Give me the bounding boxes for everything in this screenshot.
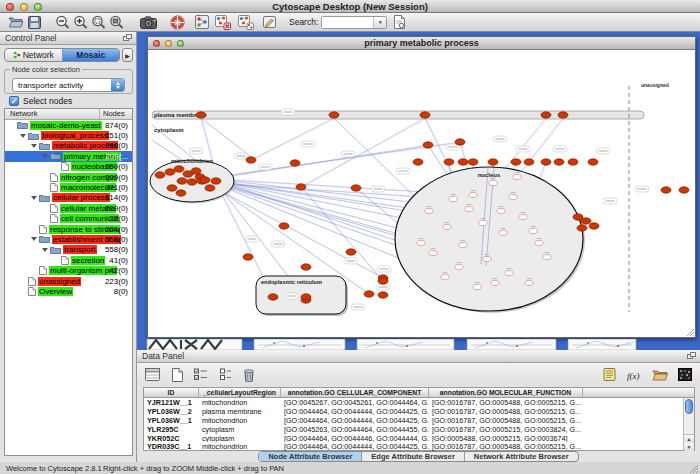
tree-item-overview[interactable]: Overview8(0) — [5, 286, 132, 296]
tree-item-count: 22(0) — [109, 214, 128, 223]
attribute-table-icon[interactable] — [145, 366, 160, 383]
tabs-overflow-arrow-icon[interactable]: ▶ — [122, 48, 133, 62]
save-icon[interactable] — [28, 14, 41, 31]
tree-item-macromolecule[interactable]: macromolecule311(0) — [5, 182, 132, 192]
snapshot-icon[interactable] — [140, 14, 158, 31]
network-window-titlebar: primary metabolic process — [148, 37, 695, 50]
delete-attribute-icon[interactable] — [243, 366, 255, 383]
column-header-0[interactable]: ID — [144, 388, 199, 397]
tree-item-transport[interactable]: transport558(0) — [5, 245, 132, 255]
table-cell: [GO:0044464, GO:0044446, GO:0044444, G..… — [281, 434, 429, 443]
expand-arrow-icon[interactable] — [20, 134, 26, 138]
resize-grip-icon[interactable] — [688, 463, 698, 473]
open-folder-icon[interactable] — [8, 14, 24, 31]
column-header-3[interactable]: annotation.GO MOLECULAR_FUNCTION — [429, 388, 583, 397]
folder-icon — [50, 246, 61, 254]
folder-icon — [17, 121, 28, 129]
expand-arrow-icon[interactable] — [31, 196, 37, 200]
tab-network-attribute-browser[interactable]: Network Attribute Browser — [465, 452, 578, 461]
expand-arrow-icon[interactable] — [31, 237, 37, 241]
table-cell: [GO:0044464, GO:0044444, GO:0044425, G..… — [281, 416, 429, 425]
data-panel-float-icon[interactable] — [687, 352, 696, 360]
tree-item-label: biological_process — [41, 131, 109, 140]
expand-arrow-icon[interactable] — [42, 248, 48, 252]
table-cell: mitochondrion — [199, 442, 281, 451]
table-scrollbar[interactable]: ▲▼ — [683, 398, 694, 450]
tree-item-unassigned[interactable]: unassigned223(0) — [5, 276, 132, 286]
tree-item-secretion[interactable]: secretion41(0) — [5, 255, 132, 265]
data-panel-header: Data Panel — [137, 350, 700, 363]
network-close-button[interactable] — [153, 40, 160, 47]
data-panel-toolbar: f(x) — [137, 363, 700, 386]
annotation-pad-icon[interactable] — [603, 366, 616, 383]
annotation-icon[interactable] — [263, 14, 277, 31]
tab-network-label: Network — [23, 50, 54, 60]
expand-arrow-icon[interactable] — [42, 154, 48, 158]
float-panel-icon[interactable] — [123, 34, 132, 42]
zoom-fit-icon[interactable] — [109, 14, 124, 31]
tree-item-establishment-of-lo[interactable]: establishment of lo558(0) — [5, 234, 132, 244]
expand-arrow-icon[interactable] — [31, 144, 37, 148]
node-color-dropdown[interactable]: transporter activity — [12, 78, 125, 92]
network-view-window[interactable]: primary metabolic process plasma membran… — [147, 36, 696, 338]
tree-item-count: 280(0) — [105, 141, 128, 150]
tab-network[interactable]: Network — [5, 49, 62, 61]
select-attributes-icon[interactable] — [194, 366, 209, 383]
select-nodes-checkbox[interactable]: ✓ — [9, 96, 19, 106]
zoom-in-icon[interactable] — [73, 14, 88, 31]
create-network-icon[interactable] — [238, 14, 254, 31]
tree-item-nitrogen-compo[interactable]: nitrogen compo209(0) — [5, 172, 132, 182]
configure-search-icon[interactable] — [393, 14, 406, 31]
table-row[interactable]: YDR039C__1mitochondrion[GO:0044464, GO:0… — [144, 442, 694, 451]
tree-item-mosaic-demo-yeast[interactable]: mosaic-demo-yeast874(0) — [5, 120, 132, 130]
table-row[interactable]: YLR295Ccytoplasm[GO:0045263, GO:0044464,… — [144, 425, 694, 434]
table-row[interactable]: YPL036W__1mitochondrion[GO:0044464, GO:0… — [144, 416, 694, 425]
network-tab-icon — [13, 51, 21, 59]
scrollbar-thumb[interactable] — [685, 399, 693, 414]
tree-item-label: multi-organism pro — [49, 266, 117, 275]
mosaic-matrix-icon[interactable] — [678, 366, 692, 383]
zoom-selected-icon[interactable] — [91, 14, 106, 31]
file-icon — [61, 162, 69, 171]
tree-item-metabolic-process[interactable]: metabolic process280(0) — [5, 141, 132, 151]
table-row[interactable]: YJR121W__1mitochondrion[GO:0045267, GO:0… — [144, 398, 694, 407]
tab-node-attribute-browser[interactable]: Node Attribute Browser — [259, 452, 362, 461]
network-overview-icon[interactable] — [195, 14, 209, 31]
tree-header-network: Network — [5, 109, 100, 119]
table-row[interactable]: YKR052Ccytoplasm[GO:0044464, GO:0044446,… — [144, 434, 694, 443]
help-ring-icon[interactable] — [170, 14, 185, 31]
formula-icon[interactable]: f(x) — [626, 366, 642, 383]
tree-item-multi-organism-pro[interactable]: multi-organism pro42(0) — [5, 265, 132, 275]
import-attributes-icon[interactable] — [652, 366, 668, 383]
network-canvas[interactable]: plasma membranecytoplasmmitochondrionnuc… — [148, 50, 695, 337]
new-attribute-icon[interactable] — [171, 366, 183, 383]
destroy-network-icon[interactable] — [215, 14, 231, 31]
table-row[interactable]: YPL036W__2plasma membrane[GO:0044464, GO… — [144, 407, 694, 416]
table-cell: [GO:0044464, GO:0044444, GO:0044425, G..… — [281, 442, 429, 451]
column-header-1[interactable]: _cellularLayoutRegion — [199, 388, 281, 397]
tab-edge-attribute-browser[interactable]: Edge Attribute Browser — [362, 452, 464, 461]
table-cell: [GO:0016787, GO:0005215, GO:0003824, G..… — [429, 425, 583, 434]
node-color-selection-group: Node color selection transporter activit… — [4, 65, 133, 94]
svg-text:nucleus: nucleus — [478, 172, 501, 178]
tab-mosaic[interactable]: Mosaic — [62, 49, 120, 61]
network-zoom-button[interactable] — [177, 40, 184, 47]
tree-item-biological-process[interactable]: biological_process651(0) — [5, 130, 132, 140]
tree-item-cellular-process[interactable]: cellular process614(0) — [5, 193, 132, 203]
tree-item-label: transport — [63, 245, 97, 254]
scrollbar-arrows[interactable]: ▲▼ — [684, 434, 694, 450]
search-input[interactable] — [322, 17, 373, 28]
tree-item-cell-communicat[interactable]: cell communicat22(0) — [5, 214, 132, 224]
zoom-out-icon[interactable] — [55, 14, 70, 31]
status-welcome: Welcome to Cytoscape 2.8.1 — [6, 464, 102, 473]
tree-item-primary-metabo[interactable]: primary metabo209(... — [5, 151, 132, 161]
status-pan-hint: Middle-click + drag to PAN — [196, 464, 284, 473]
column-header-2[interactable]: annotation.GO CELLULAR_COMPONENT — [281, 388, 429, 397]
tree-item-response-to-stimulu[interactable]: response to stimulu264(0) — [5, 224, 132, 234]
tab-mosaic-label: Mosaic — [76, 50, 105, 60]
unselect-attributes-icon[interactable] — [220, 366, 232, 383]
network-minimize-button[interactable] — [165, 40, 172, 47]
tree-item-cellular-metabo[interactable]: cellular metabo209(0) — [5, 203, 132, 213]
search-dropdown-icon[interactable]: ▼ — [373, 17, 386, 28]
tree-item-nucleobase-[interactable]: nucleobase-209(0) — [5, 162, 132, 172]
